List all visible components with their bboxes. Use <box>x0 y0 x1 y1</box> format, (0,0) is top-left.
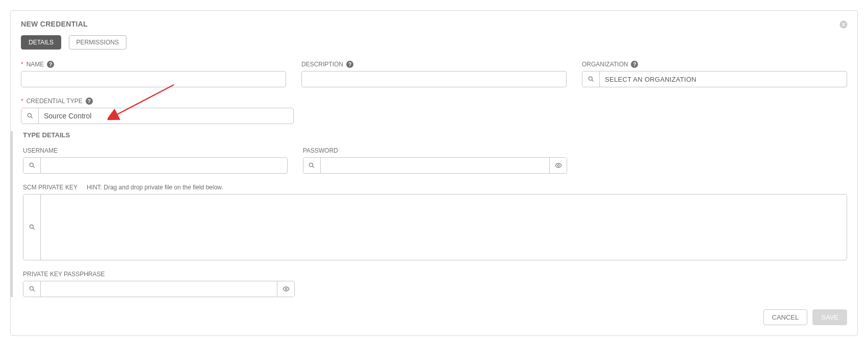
search-icon[interactable] <box>21 108 39 124</box>
eye-icon[interactable] <box>549 158 567 173</box>
scm-key-group <box>23 194 847 260</box>
help-icon[interactable]: ? <box>631 61 638 68</box>
username-label: USERNAME <box>23 147 288 154</box>
description-label-text: DESCRIPTION <box>301 61 343 68</box>
svg-line-4 <box>31 117 32 118</box>
svg-point-14 <box>30 286 33 290</box>
svg-line-13 <box>33 228 34 230</box>
credential-form-panel: NEW CREDENTIAL DETAILS PERMISSIONS * NAM… <box>10 10 858 336</box>
svg-line-2 <box>592 80 593 82</box>
eye-icon[interactable] <box>277 281 294 297</box>
help-icon[interactable]: ? <box>346 61 353 68</box>
scm-key-label: SCM PRIVATE KEY HINT: Drag and drop priv… <box>23 184 847 191</box>
credential-type-input[interactable] <box>39 108 293 124</box>
organization-label: ORGANIZATION ? <box>582 61 847 68</box>
type-details-title: TYPE DETAILS <box>23 131 847 139</box>
search-icon[interactable] <box>582 71 600 87</box>
save-button[interactable]: SAVE <box>812 309 847 325</box>
passphrase-label: PRIVATE KEY PASSPHRASE <box>23 271 295 278</box>
scm-key-hint: HINT: Drag and drop private file on the … <box>87 184 223 191</box>
svg-point-11 <box>557 164 559 166</box>
help-icon[interactable]: ? <box>47 61 54 68</box>
organization-label-text: ORGANIZATION <box>582 61 628 68</box>
panel-title: NEW CREDENTIAL <box>21 20 847 28</box>
cancel-button[interactable]: CANCEL <box>763 309 808 325</box>
password-label: PASSWORD <box>303 147 568 154</box>
username-group <box>23 157 288 174</box>
svg-point-16 <box>285 288 287 290</box>
required-marker: * <box>21 98 23 105</box>
form-footer: CANCEL SAVE <box>21 309 847 325</box>
search-icon[interactable] <box>23 281 41 297</box>
close-icon[interactable] <box>839 20 848 29</box>
name-label: * NAME ? <box>21 61 286 68</box>
name-label-text: NAME <box>27 61 44 68</box>
help-icon[interactable]: ? <box>86 98 93 105</box>
password-input[interactable] <box>321 158 550 173</box>
svg-point-9 <box>310 163 313 166</box>
description-input[interactable] <box>301 71 567 87</box>
credential-type-label-text: CREDENTIAL TYPE <box>27 98 83 105</box>
scm-key-textarea[interactable] <box>41 195 847 260</box>
organization-placeholder: SELECT AN ORGANIZATION <box>600 71 847 87</box>
svg-point-12 <box>30 225 33 228</box>
password-group <box>303 157 568 174</box>
organization-lookup[interactable]: SELECT AN ORGANIZATION <box>582 71 847 87</box>
passphrase-input[interactable] <box>41 281 277 297</box>
search-icon[interactable] <box>303 158 321 173</box>
name-input[interactable] <box>21 71 286 87</box>
required-marker: * <box>21 61 23 68</box>
passphrase-group <box>23 281 295 297</box>
credential-type-lookup[interactable] <box>21 108 294 124</box>
svg-line-10 <box>313 166 314 168</box>
tabs: DETAILS PERMISSIONS <box>21 35 847 50</box>
description-label: DESCRIPTION ? <box>301 61 567 68</box>
svg-point-3 <box>28 113 31 117</box>
svg-point-7 <box>30 163 33 166</box>
search-icon[interactable] <box>23 195 41 260</box>
credential-type-label: * CREDENTIAL TYPE ? <box>21 98 294 105</box>
scm-key-label-text: SCM PRIVATE KEY <box>23 184 78 191</box>
search-icon[interactable] <box>23 158 41 173</box>
tab-permissions[interactable]: PERMISSIONS <box>69 35 126 50</box>
svg-line-8 <box>33 166 34 168</box>
tab-details[interactable]: DETAILS <box>21 35 61 50</box>
username-input[interactable] <box>41 158 287 173</box>
svg-point-1 <box>589 77 592 80</box>
type-details-section: TYPE DETAILS USERNAME PASSWORD <box>11 131 847 297</box>
svg-line-15 <box>33 290 34 292</box>
